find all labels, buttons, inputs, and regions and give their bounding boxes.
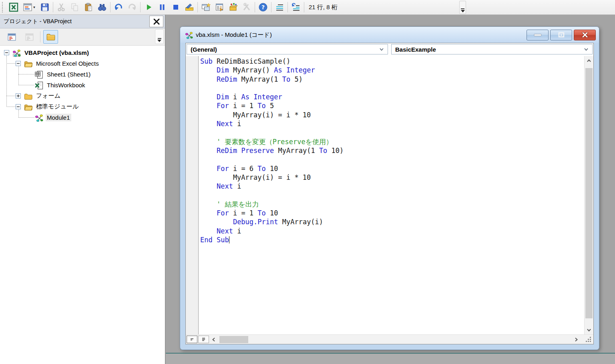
tree-item-thisworkbook[interactable]: ThisWorkbook xyxy=(0,80,165,90)
project-toolbar-options-button[interactable] xyxy=(155,29,164,44)
tree-item--[interactable]: フォーム xyxy=(0,90,165,101)
tree-item--[interactable]: 標準モジュール xyxy=(0,101,165,112)
object-browser-button[interactable] xyxy=(226,1,240,13)
code-line[interactable]: For i = 6 To 10 xyxy=(200,164,584,173)
object-browser-icon xyxy=(228,2,238,12)
code-line[interactable]: Dim i As Integer xyxy=(200,93,584,101)
code-line[interactable]: ReDim MyArray(1 To 5) xyxy=(200,75,584,84)
undo-button[interactable] xyxy=(112,1,125,13)
cursor-position-indicator: 21 行, 8 桁 xyxy=(309,4,338,11)
code-line[interactable]: Debug.Print MyArray(i) xyxy=(200,217,584,226)
project-panel-titlebar[interactable]: プロジェクト - VBAProject xyxy=(0,15,165,28)
full-module-view-button[interactable] xyxy=(198,336,209,343)
design-mode-button[interactable] xyxy=(183,1,196,13)
window-controls xyxy=(527,30,596,40)
vertical-scrollbar[interactable] xyxy=(584,56,593,334)
toolbar-grip[interactable] xyxy=(2,2,5,12)
toolbar-buttons: ▼? xyxy=(7,1,305,13)
code-line[interactable] xyxy=(200,155,584,164)
code-window-titlebar[interactable]: vba.xlsm - Module1 (コード) xyxy=(180,27,599,43)
code-line[interactable]: Dim MyArray() As Integer xyxy=(200,66,584,74)
margin-indicator-bar[interactable] xyxy=(186,56,199,334)
tree-expander-plus[interactable] xyxy=(16,93,21,99)
tree-item-label[interactable]: VBAProject (vba.xlsm) xyxy=(23,49,90,56)
project-explorer-button[interactable] xyxy=(199,1,213,13)
mdi-background: vba.xlsm - Module1 (コード) xyxy=(166,15,615,364)
insert-userform-button[interactable]: ▼ xyxy=(20,1,38,13)
tree-item-sheet1-sheet1-[interactable]: Sheet1 (Sheet1) xyxy=(0,69,165,80)
procedure-view-button[interactable] xyxy=(187,336,197,343)
object-dropdown[interactable]: (General) xyxy=(187,44,388,54)
tree-item-label[interactable]: Sheet1 (Sheet1) xyxy=(46,70,92,78)
minimize-button[interactable] xyxy=(527,30,549,40)
cut-button[interactable] xyxy=(54,1,68,13)
code-line[interactable]: Sub ReDimBasicSample() xyxy=(200,57,584,66)
procedure-dropdown[interactable]: BasicExample xyxy=(391,44,593,54)
code-line[interactable]: ' 結果を出力 xyxy=(200,200,584,209)
code-line[interactable] xyxy=(200,191,584,199)
view-object-button[interactable] xyxy=(22,30,37,44)
sheet-icon xyxy=(34,70,44,78)
code-line[interactable]: Next i xyxy=(200,182,584,191)
code-line[interactable]: MyArray(i) = i * 10 xyxy=(200,111,584,119)
vertical-scrollbar-thumb[interactable] xyxy=(585,68,593,318)
tree-item-module1[interactable]: Module1 xyxy=(0,112,165,123)
code-line[interactable]: End Sub xyxy=(200,235,584,244)
code-line[interactable]: Next i xyxy=(200,119,584,128)
project-panel-close-button[interactable] xyxy=(149,16,163,27)
properties-window-button[interactable] xyxy=(213,1,226,13)
find-button[interactable] xyxy=(95,1,109,13)
excel-icon xyxy=(9,2,18,12)
chevron-down-icon xyxy=(157,40,161,42)
tree-item-label[interactable]: ThisWorkbook xyxy=(46,81,86,89)
copy-icon xyxy=(70,2,80,12)
toggle-folders-button[interactable] xyxy=(43,30,58,44)
tree-expander-minus[interactable] xyxy=(16,104,21,109)
indent-lines-button[interactable] xyxy=(273,1,286,13)
resize-grip[interactable] xyxy=(585,336,592,343)
horizontal-scrollbar-thumb[interactable] xyxy=(219,336,248,343)
tree-item-microsoft-excel-objects[interactable]: Microsoft Excel Objects xyxy=(0,58,165,69)
chevron-down-icon xyxy=(584,47,589,51)
scroll-down-button[interactable] xyxy=(585,326,593,334)
reset-button[interactable] xyxy=(169,1,183,13)
scroll-right-button[interactable] xyxy=(572,335,581,344)
tree-item-label[interactable]: Microsoft Excel Objects xyxy=(35,60,100,67)
code-line[interactable]: Next i xyxy=(200,227,584,235)
redo-button[interactable] xyxy=(125,1,139,13)
copy-button[interactable] xyxy=(68,1,82,13)
horizontal-scrollbar[interactable] xyxy=(186,334,593,344)
code-line[interactable]: ReDim Preserve MyArray(1 To 10) xyxy=(200,146,584,155)
folder-toggle-icon xyxy=(46,32,56,42)
tree-expander-minus[interactable] xyxy=(16,61,21,66)
toolbox-icon xyxy=(242,2,251,12)
tree-expander-minus[interactable] xyxy=(4,50,9,55)
close-button[interactable] xyxy=(574,30,596,40)
restore-button[interactable] xyxy=(550,30,572,40)
code-line[interactable]: MyArray(i) = i * 10 xyxy=(200,173,584,182)
tree-item-vbaproject-vba-xlsm-[interactable]: VBAProject (vba.xlsm) xyxy=(0,47,165,58)
save-button[interactable] xyxy=(38,1,52,13)
code-line[interactable]: ' 要素数を変更（Preserveを使用） xyxy=(200,137,584,146)
code-line[interactable]: For i = 1 To 10 xyxy=(200,209,584,217)
break-button[interactable] xyxy=(155,1,169,13)
code-text[interactable]: Sub ReDimBasicSample() Dim MyArray() As … xyxy=(199,56,584,334)
tree-item-label[interactable]: フォーム xyxy=(35,92,62,100)
toolbox-button[interactable] xyxy=(240,1,253,13)
tree-item-label[interactable]: Module1 xyxy=(46,114,71,121)
code-line[interactable] xyxy=(200,128,584,137)
scroll-left-button[interactable] xyxy=(209,335,218,344)
paste-button[interactable] xyxy=(82,1,95,13)
code-line[interactable]: For i = 1 To 5 xyxy=(200,101,584,110)
toolbar-separator xyxy=(271,2,271,12)
tree-item-label[interactable]: 標準モジュール xyxy=(35,103,80,111)
code-region: Sub ReDimBasicSample() Dim MyArray() As … xyxy=(186,56,593,334)
code-line[interactable] xyxy=(200,84,584,93)
toolbar-options-button[interactable] xyxy=(459,1,466,14)
view-microsoft-excel-button[interactable] xyxy=(7,1,20,13)
help-button[interactable]: ? xyxy=(256,1,270,13)
comment-undo-button[interactable] xyxy=(289,1,303,13)
run-sub-button[interactable] xyxy=(142,1,155,13)
scroll-up-button[interactable] xyxy=(585,56,593,65)
view-code-button[interactable] xyxy=(4,30,19,44)
